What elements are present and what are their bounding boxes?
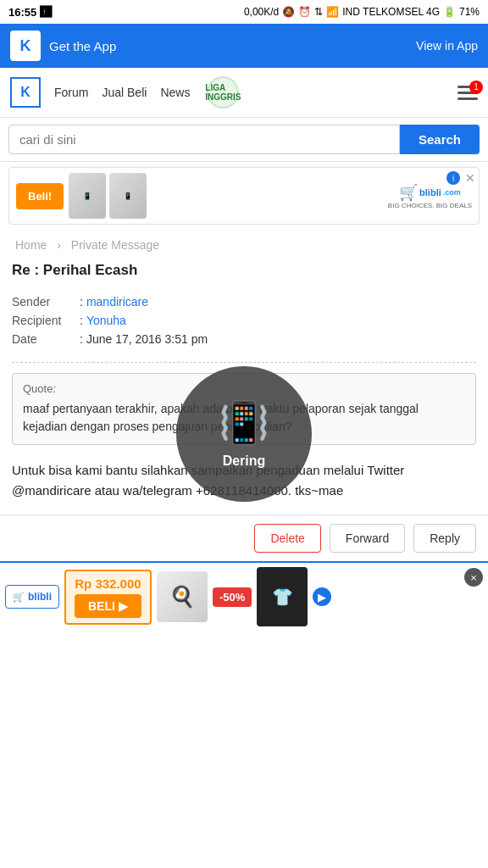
ad-phone-1: 📱 [69, 173, 106, 219]
recipient-value[interactable]: Yonuha [86, 314, 126, 327]
search-input[interactable] [8, 125, 400, 154]
blibli-com: .com [443, 188, 461, 197]
date-label: Date [12, 332, 80, 346]
price-box[interactable]: Rp 332.000 BELI ▶ [64, 570, 152, 625]
nav-links: Forum Jual Beli News LIGA INGGRIS [54, 76, 239, 108]
message-meta: Sender : mandiricare Recipient : Yonuha … [12, 289, 476, 352]
ad-blibli[interactable]: 🛒 blibli .com BIG CHOICES. BIG DEALS [388, 183, 472, 209]
bottom-blibli-text: blibli [28, 591, 52, 603]
status-bar: 16:55 🅺 0,00K/d 🔕 ⏰ ⇅ 📶 IND TELKOMSEL 4G… [0, 0, 488, 24]
mute-icon: 🔕 [282, 6, 295, 18]
message-title: Re : Perihal Ecash [12, 255, 476, 289]
discount-badge: -50% [213, 587, 252, 607]
bottom-ad-price-area: Rp 332.000 BELI ▶ [64, 570, 152, 625]
nav-news[interactable]: News [160, 86, 190, 99]
nav-forum[interactable]: Forum [54, 86, 88, 99]
meta-recipient-row: Recipient : Yonuha [12, 311, 476, 330]
app-icon: 🅺 [40, 5, 52, 19]
sender-label: Sender [12, 295, 80, 309]
action-buttons: Delete Forward Reply [0, 515, 488, 561]
nav-jual-beli[interactable]: Jual Beli [102, 86, 147, 99]
ad-phone-2: 📱 [109, 173, 147, 219]
meta-date-row: Date : June 17, 2016 3:51 pm [12, 330, 476, 348]
app-banner-logo: K [10, 31, 41, 61]
search-button[interactable]: Search [400, 125, 480, 154]
app-banner: K Get the App View in App [0, 24, 488, 68]
bottom-ad: 🛒 blibli Rp 332.000 BELI ▶ 🍳 -50% 👕 ▶ × [0, 561, 488, 631]
battery-level: 71% [459, 6, 480, 18]
app-banner-title: Get the App [49, 39, 116, 53]
breadcrumb-separator: › [57, 238, 64, 252]
bottom-ad-arrow[interactable]: ▶ [313, 587, 331, 606]
meta-sender-row: Sender : mandiricare [12, 292, 476, 311]
breadcrumb-home[interactable]: Home [15, 238, 47, 252]
blibli-sub: BIG CHOICES. BIG DEALS [388, 202, 472, 209]
operator-label: IND TELKOMSEL 4G [342, 6, 440, 18]
status-time: 16:55 🅺 [8, 5, 52, 19]
price-value: Rp 332.000 [75, 576, 141, 591]
divider [12, 362, 476, 363]
sync-icon: ⇅ [314, 6, 323, 18]
meta-colon-3: : [80, 332, 83, 346]
app-banner-left: K Get the App [10, 31, 116, 61]
beli-button[interactable]: BELI ▶ [75, 594, 141, 618]
recipient-label: Recipient [12, 314, 80, 327]
bottom-ad-blibli[interactable]: 🛒 blibli [5, 585, 59, 609]
signal-icon: 📶 [326, 6, 339, 18]
hamburger-menu-container[interactable]: 1 [458, 86, 478, 100]
view-in-app-button[interactable]: View in App [416, 39, 478, 53]
meta-colon-2: : [80, 314, 83, 327]
meta-colon-1: : [80, 295, 83, 309]
blibli-cart-icon: 🛒 [399, 183, 418, 202]
blibli-logo: 🛒 blibli .com [399, 183, 461, 202]
breadcrumb-section[interactable]: Private Message [71, 238, 159, 252]
promo-text: LIGA INGGRIS [205, 83, 241, 102]
vibration-icon: 📳 [219, 399, 269, 447]
vibration-label: Dering [223, 453, 266, 469]
ad-beli-button[interactable]: Beli! [16, 183, 64, 209]
breadcrumb: Home › Private Message [0, 230, 488, 255]
forward-button[interactable]: Forward [330, 524, 405, 553]
promo-badge: LIGA INGGRIS [207, 76, 239, 108]
nav-logo-text: K [20, 85, 30, 100]
beli-arrow: ▶ [119, 599, 128, 613]
bottom-blibli-icon: 🛒 [13, 592, 25, 603]
ad-phones: 📱 📱 [69, 173, 147, 219]
time-display: 16:55 [8, 6, 36, 19]
top-nav: K Forum Jual Beli News LIGA INGGRIS 1 [0, 68, 488, 118]
search-bar: Search [0, 118, 488, 162]
sender-value[interactable]: mandiricare [86, 295, 148, 309]
ad-info-button[interactable]: i [446, 171, 460, 185]
bottom-ad-close[interactable]: × [464, 568, 483, 587]
ad-banner: Beli! 📱 📱 🛒 blibli .com BIG CHOICES. BIG… [8, 167, 480, 225]
delete-button[interactable]: Delete [254, 524, 320, 553]
notification-badge: 1 [469, 81, 483, 94]
product-image-1: 🍳 [157, 571, 208, 622]
nav-logo: K [10, 77, 41, 108]
network-speed: 0,00K/d [244, 6, 279, 18]
battery-icon: 🔋 [443, 6, 456, 18]
alarm-icon: ⏰ [298, 6, 311, 18]
nav-promo[interactable]: LIGA INGGRIS [207, 76, 239, 108]
reply-button[interactable]: Reply [413, 524, 476, 553]
blibli-text: blibli [419, 187, 441, 198]
hamburger-line-3 [458, 97, 478, 100]
beli-label: BELI [88, 599, 115, 613]
ad-close-button[interactable]: ✕ [465, 171, 475, 185]
vibration-overlay: 📳 Dering [176, 366, 312, 502]
date-value: June 17, 2016 3:51 pm [86, 332, 208, 346]
product-image-2: 👕 [257, 567, 308, 626]
status-icons: 0,00K/d 🔕 ⏰ ⇅ 📶 IND TELKOMSEL 4G 🔋 71% [244, 6, 480, 18]
